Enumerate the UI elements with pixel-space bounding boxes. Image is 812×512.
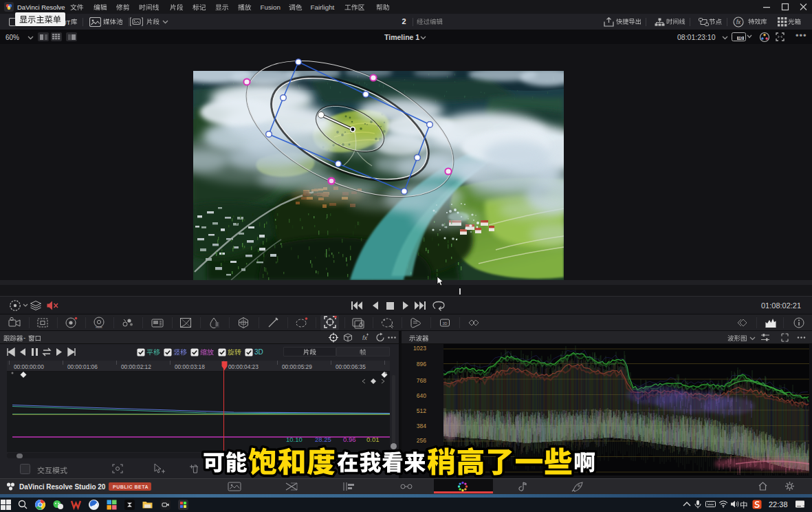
svg-text:fx: fx (736, 19, 741, 25)
svg-text:3D: 3D (442, 321, 447, 326)
svg-text:fx: fx (362, 334, 368, 341)
svg-text:HQ: HQ (738, 36, 743, 40)
svg-text:HDR: HDR (96, 326, 102, 329)
